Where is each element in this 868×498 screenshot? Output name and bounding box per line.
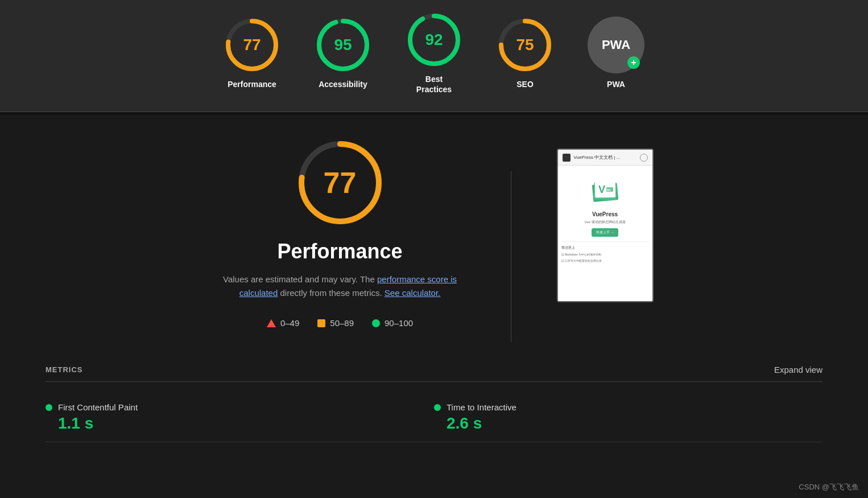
description-mid: directly from these metrics. bbox=[278, 288, 385, 298]
metrics-label: METRICS bbox=[46, 365, 83, 374]
svg-text:M↓: M↓ bbox=[607, 188, 611, 192]
preview-body: V M↓ VuePress Vue 驱动的静态网站生成器 快速上手 → 简洁至上… bbox=[558, 166, 652, 301]
preview-section-title: 简洁至上 bbox=[561, 245, 575, 250]
expand-view-button[interactable]: Expand view bbox=[774, 365, 822, 374]
preview-search-icon bbox=[640, 154, 648, 162]
metric-item-fcp: First Contentful Paint 1.1 s bbox=[46, 393, 434, 442]
main-content: 77 Performance Values are estimated and … bbox=[0, 114, 868, 365]
score-label-accessibility: Accessibility bbox=[319, 79, 367, 89]
description-prefix: Values are estimated and may vary. The bbox=[223, 274, 377, 284]
score-item-pwa[interactable]: PWA + PWA bbox=[588, 17, 644, 89]
metric-name-fcp: First Contentful Paint bbox=[58, 402, 138, 412]
svg-text:V: V bbox=[598, 184, 605, 195]
metrics-section: METRICS Expand view First Contentful Pai… bbox=[0, 365, 868, 465]
metrics-header: METRICS Expand view bbox=[46, 365, 822, 382]
site-preview: VuePress 中文文档 | ... V M↓ VuePress Vu bbox=[557, 149, 654, 302]
legend-item-green: 90–100 bbox=[372, 318, 413, 328]
metric-name-tti: Time to Interactive bbox=[447, 402, 516, 412]
score-label-seo: SEO bbox=[516, 79, 534, 89]
preview-menu-icon bbox=[563, 154, 571, 162]
green-circle-icon bbox=[372, 319, 380, 327]
legend-item-red: 0–49 bbox=[267, 318, 299, 328]
metric-name-row-fcp: First Contentful Paint bbox=[46, 402, 434, 412]
score-item-seo[interactable]: 75 SEO bbox=[497, 17, 553, 89]
preview-site-title: VuePress bbox=[592, 211, 618, 217]
preview-site-sub: Vue 驱动的静态网站生成器 bbox=[584, 220, 625, 224]
score-circle-seo: 75 bbox=[497, 17, 553, 73]
score-number-best-practices: 92 bbox=[425, 31, 443, 49]
left-panel: 77 Performance Values are estimated and … bbox=[215, 137, 465, 328]
score-item-best-practices[interactable]: 92 BestPractices bbox=[406, 11, 462, 94]
metric-value-fcp: 1.1 s bbox=[46, 414, 434, 433]
legend-range-green: 90–100 bbox=[385, 318, 413, 328]
metric-dot-tti bbox=[434, 404, 441, 411]
score-label-pwa: PWA bbox=[607, 79, 625, 89]
red-triangle-icon bbox=[267, 319, 276, 327]
metrics-grid: First Contentful Paint 1.1 s Time to Int… bbox=[46, 393, 822, 442]
vuepress-logo: V M↓ bbox=[588, 172, 622, 207]
score-circle-performance: 77 bbox=[224, 17, 280, 73]
legend: 0–49 50–89 90–100 bbox=[267, 318, 413, 328]
pwa-plus-icon: + bbox=[627, 56, 640, 69]
pwa-text: PWA bbox=[602, 39, 630, 51]
watermark: CSDN @飞飞飞鱼 bbox=[799, 482, 859, 492]
big-score-circle: 77 bbox=[295, 137, 386, 228]
vertical-divider bbox=[511, 171, 511, 342]
preview-feature1: 以 Markdown 为中心的项目结构 bbox=[561, 253, 602, 257]
scores-bar: 77 Performance 95 Accessibility 92 BestP… bbox=[0, 0, 868, 112]
score-circle-best-practices: 92 bbox=[406, 11, 462, 68]
score-circle-accessibility: 95 bbox=[315, 17, 371, 73]
main-description: Values are estimated and may vary. The p… bbox=[215, 273, 465, 300]
score-item-performance[interactable]: 77 Performance bbox=[224, 17, 280, 89]
score-item-accessibility[interactable]: 95 Accessibility bbox=[315, 17, 371, 89]
score-label-best-practices: BestPractices bbox=[416, 74, 452, 94]
pwa-circle: PWA + bbox=[588, 17, 644, 73]
main-performance-title: Performance bbox=[277, 240, 402, 264]
score-number-performance: 77 bbox=[243, 36, 261, 54]
metric-item-tti: Time to Interactive 2.6 s bbox=[434, 393, 822, 442]
preview-cta-btn: 快速上手 → bbox=[592, 228, 619, 237]
metric-value-tti: 2.6 s bbox=[434, 414, 822, 433]
big-score-number: 77 bbox=[324, 166, 357, 200]
score-number-accessibility: 95 bbox=[334, 36, 352, 54]
preview-topbar: VuePress 中文文档 | ... bbox=[558, 150, 652, 166]
metric-name-row-tti: Time to Interactive bbox=[434, 402, 822, 412]
score-number-seo: 75 bbox=[516, 36, 534, 54]
legend-item-orange: 50–89 bbox=[317, 318, 354, 328]
calculator-link[interactable]: See calculator. bbox=[385, 288, 440, 298]
preview-feature2: 以 口罗写方件配置轻松应用注意 bbox=[561, 259, 602, 263]
preview-divider bbox=[561, 241, 649, 242]
orange-square-icon bbox=[317, 319, 325, 327]
legend-range-orange: 50–89 bbox=[330, 318, 354, 328]
preview-topbar-title: VuePress 中文文档 | ... bbox=[574, 154, 636, 160]
metric-dot-fcp bbox=[46, 404, 52, 411]
right-panel: VuePress 中文文档 | ... V M↓ VuePress Vu bbox=[557, 137, 654, 302]
legend-range-red: 0–49 bbox=[280, 318, 299, 328]
score-label-performance: Performance bbox=[228, 79, 276, 89]
